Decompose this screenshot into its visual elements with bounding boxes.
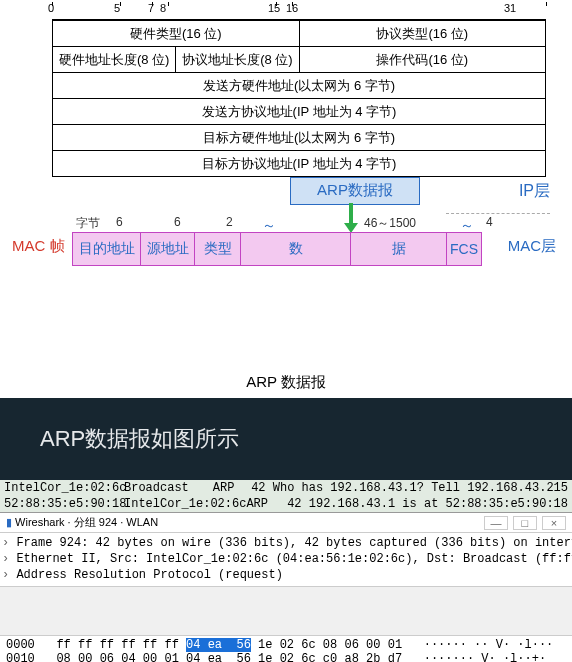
col-dest: Broadcast (124, 481, 213, 495)
arp-datagram-box: ARP数据报 (290, 177, 420, 205)
cell-sender-ip: 发送方协议地址(IP 地址为 4 字节) (53, 99, 546, 125)
cell-proto-len: 协议地址长度(8 位) (176, 47, 299, 73)
col-source: IntelCor_1e:02:6c (4, 481, 124, 495)
arp-header-table: 硬件类型(16 位) 协议类型(16 位) 硬件地址长度(8 位) 协议地址长度… (52, 20, 546, 177)
ethernet-summary[interactable]: Ethernet II, Src: IntelCor_1e:02:6c (04:… (2, 551, 570, 567)
ip-layer-label: IP层 (519, 181, 550, 202)
len-fcs: 4 (486, 215, 493, 229)
hex-dump-pane[interactable]: 0000 ff ff ff ff ff ff 04 ea 56 1e 02 6c… (0, 636, 572, 662)
col-dest: IntelCor_1e:02:6c (124, 497, 246, 511)
hex-bytes-highlight: 04 ea 56 (186, 638, 251, 652)
hex-ascii: ······ ·· V· ·l··· (402, 638, 553, 652)
hex-row[interactable]: 0000 ff ff ff ff ff ff 04 ea 56 1e 02 6c… (6, 638, 566, 652)
hex-offset: 0010 (6, 652, 35, 662)
cell-target-ip: 目标方协议地址(IP 地址为 4 字节) (53, 151, 546, 177)
down-arrow-icon (349, 203, 353, 225)
arp-header-diagram: 0 5 7 8 15 16 31 硬件类型(16 位) 协议类型(16 位) 硬… (0, 0, 572, 398)
diagram-caption: ARP 数据报 (8, 273, 564, 398)
packet-row[interactable]: IntelCor_1e:02:6c Broadcast ARP 42 Who h… (0, 480, 572, 496)
cell-src: 源地址 (141, 233, 195, 265)
hex-ascii: ······· V· ·l··+· (402, 652, 546, 662)
col-source: 52:88:35:e5:90:18 (4, 497, 124, 511)
byte-unit-label: 字节 (76, 215, 100, 232)
mac-layer-label: MAC层 (508, 237, 556, 256)
window-title: Wireshark · 分组 924 · WLAN (15, 516, 158, 528)
bit-31: 31 (504, 2, 516, 14)
col-info: 42 192.168.43.1 is at 52:88:35:e5:90:18 (287, 497, 568, 511)
cell-data1: 数 (241, 233, 351, 265)
col-protocol: ARP (213, 481, 251, 495)
close-button[interactable]: × (542, 516, 566, 530)
cell-data2: 据 (351, 233, 447, 265)
minimize-button[interactable]: — (484, 516, 508, 530)
packet-details-pane[interactable]: Frame 924: 42 bytes on wire (336 bits), … (0, 533, 572, 586)
cell-hw-len: 硬件地址长度(8 位) (53, 47, 176, 73)
hex-bytes: 1e 02 6c 08 06 00 01 (251, 638, 402, 652)
cell-target-hw: 目标方硬件地址(以太网为 6 字节) (53, 125, 546, 151)
hex-bytes: ff ff ff ff ff ff (56, 638, 186, 652)
pane-separator[interactable] (0, 586, 572, 636)
bit-15: 15 (268, 2, 280, 14)
cell-sender-hw: 发送方硬件地址(以太网为 6 字节) (53, 73, 546, 99)
mac-frame-diagram: ARP数据报 IP层 字节 6 6 2 46～1500 4 MAC 帧 MAC层… (8, 177, 564, 273)
wireshark-icon: ▮ (6, 516, 12, 528)
cell-dst: 目的地址 (73, 233, 141, 265)
section-banner: ARP数据报如图所示 (0, 398, 572, 480)
wireshark-titlebar[interactable]: ▮ Wireshark · 分组 924 · WLAN — □ × (0, 512, 572, 533)
col-info: 42 Who has 192.168.43.1? Tell 192.168.43… (251, 481, 568, 495)
arp-summary[interactable]: Address Resolution Protocol (request) (2, 567, 570, 583)
bit-ruler: 0 5 7 8 15 16 31 (52, 4, 546, 20)
len-data: 46～1500 (364, 215, 416, 232)
maximize-button[interactable]: □ (513, 516, 537, 530)
frame-summary[interactable]: Frame 924: 42 bytes on wire (336 bits), … (2, 535, 570, 551)
cell-hw-type: 硬件类型(16 位) (53, 21, 300, 47)
layer-separator (446, 213, 550, 214)
packet-list: IntelCor_1e:02:6c Broadcast ARP 42 Who h… (0, 480, 572, 512)
mac-frame-label: MAC 帧 (12, 237, 65, 256)
cell-proto-type: 协议类型(16 位) (299, 21, 546, 47)
len-type: 2 (226, 215, 233, 229)
cell-opcode: 操作代码(16 位) (299, 47, 546, 73)
hex-bytes: 08 00 06 04 00 01 04 ea 56 1e 02 6c c0 a… (56, 652, 402, 662)
hex-row[interactable]: 0010 08 00 06 04 00 01 04 ea 56 1e 02 6c… (6, 652, 566, 662)
len-dst: 6 (116, 215, 123, 229)
len-src: 6 (174, 215, 181, 229)
cell-fcs: FCS (447, 233, 481, 265)
hex-offset: 0000 (6, 638, 35, 652)
cell-type: 类型 (195, 233, 241, 265)
packet-row[interactable]: 52:88:35:e5:90:18 IntelCor_1e:02:6c ARP … (0, 496, 572, 512)
col-protocol: ARP (246, 497, 287, 511)
bit-8: 8 (160, 2, 166, 14)
mac-frame-cells: 目的地址 源地址 类型 数 据 FCS (72, 232, 482, 266)
